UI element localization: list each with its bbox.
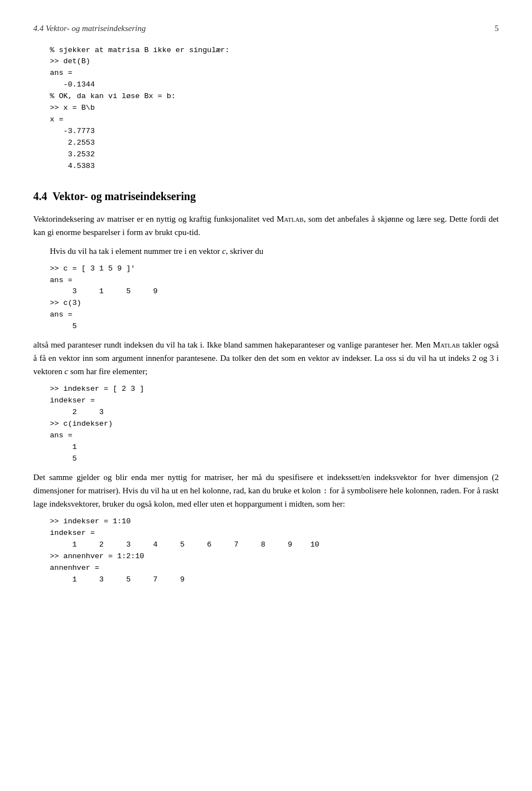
parens-note-paragraph: altså med paranteser rundt indeksen du v… (33, 338, 499, 378)
matrix-note-paragraph: Det samme gjelder og blir enda mer nytti… (33, 471, 499, 511)
page-header: 4.4 Vektor- og matriseindeksering 5 (33, 22, 499, 35)
matlab-label-2: Matlab (433, 340, 460, 349)
section-number: 4.4 (33, 190, 47, 202)
code-block-indekser2: >> indekser = 1:10 indekser = 1 2 3 4 5 … (50, 516, 499, 586)
section-title: Vektor- og matriseindeksering (53, 190, 196, 202)
code-block-indekser: >> indekser = [ 2 3 ] indekser = 2 3 >> … (50, 384, 499, 465)
colon-symbol: : (323, 487, 328, 496)
intro-paragraph: Vektorindeksering av matriser er en nytt… (33, 212, 499, 239)
header-page-number: 5 (495, 22, 499, 35)
section-heading: 4.4 Vektor- og matriseindeksering (33, 188, 499, 205)
header-section-title: 4.4 Vektor- og matriseindeksering (33, 22, 146, 35)
code-block-vector-c: >> c = [ 3 1 5 9 ]' ans = 3 1 5 9 >> c(3… (50, 263, 499, 333)
code-block-singular: % sjekker at matrisa B ikke er singulær:… (50, 45, 499, 172)
vector-intro-paragraph: Hvis du vil ha tak i element nummer tre … (33, 244, 499, 258)
matlab-label-1: Matlab (277, 215, 304, 223)
